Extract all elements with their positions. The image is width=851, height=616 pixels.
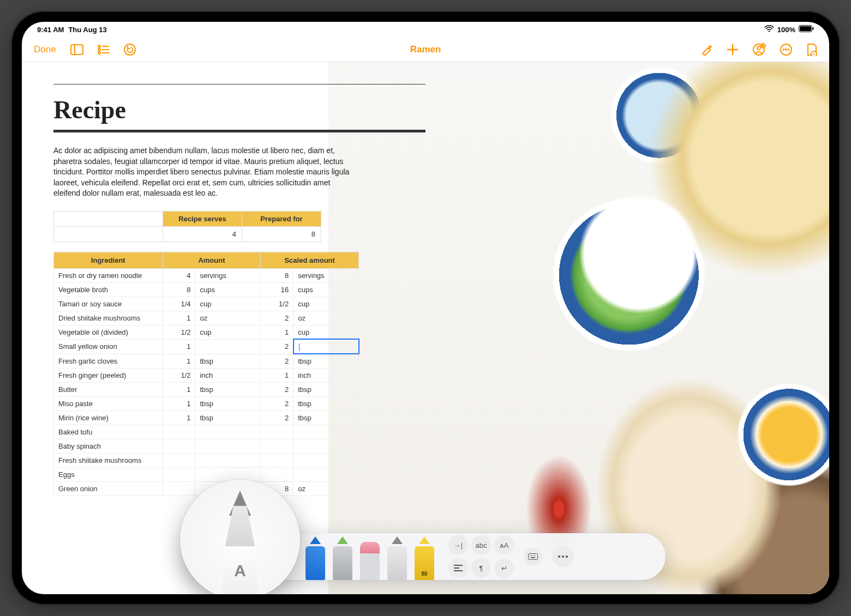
ing-header-3[interactable]: Scaled amount xyxy=(261,252,359,268)
table-cell[interactable]: Fresh garlic cloves xyxy=(54,354,163,368)
undo-icon[interactable] xyxy=(124,44,136,56)
table-row[interactable]: Vegetable broth8cups16cups xyxy=(54,282,359,297)
table-cell[interactable] xyxy=(261,439,293,453)
table-row[interactable]: Fresh or dry ramen noodle4servings8servi… xyxy=(54,268,359,282)
table-cell[interactable]: tbsp xyxy=(293,396,359,410)
table-cell[interactable]: 1 xyxy=(163,354,195,368)
serves-blank-cell[interactable] xyxy=(54,211,163,226)
table-cell[interactable]: 1 xyxy=(163,382,195,396)
more-icon[interactable] xyxy=(780,44,792,56)
table-cell[interactable]: 1 xyxy=(163,396,195,410)
table-cell[interactable]: 2 xyxy=(261,339,293,354)
table-cell[interactable] xyxy=(195,467,261,481)
table-cell[interactable] xyxy=(163,467,195,481)
table-cell[interactable]: oz xyxy=(293,311,359,325)
table-cell[interactable]: 1 xyxy=(163,410,195,425)
table-cell[interactable]: 1/2 xyxy=(163,325,195,339)
table-row[interactable]: Dried shiitake mushrooms1oz2oz xyxy=(54,311,359,325)
indent-icon[interactable]: →| xyxy=(448,535,468,555)
done-button[interactable]: Done xyxy=(34,44,56,55)
table-cell[interactable]: oz xyxy=(195,311,261,325)
table-cell[interactable] xyxy=(293,453,359,467)
table-cell[interactable]: servings xyxy=(293,268,359,282)
table-cell[interactable]: 1/2 xyxy=(261,297,293,311)
table-cell[interactable]: oz xyxy=(293,481,359,496)
pen-tool-pencil[interactable] xyxy=(387,542,407,580)
table-row[interactable]: Baby spinach xyxy=(54,439,359,453)
pen-tool-highlighter[interactable]: 80 xyxy=(415,542,434,580)
table-cell[interactable]: Fresh or dry ramen noodle xyxy=(54,268,163,282)
ing-header-1[interactable]: Ingredient xyxy=(54,252,163,268)
table-cell[interactable]: 2 xyxy=(261,354,293,368)
ing-header-2[interactable]: Amount xyxy=(163,252,261,268)
table-cell[interactable]: 1 xyxy=(163,339,195,354)
table-cell[interactable]: Baked tofu xyxy=(54,425,163,439)
table-cell[interactable]: tbsp xyxy=(195,396,261,410)
table-cell[interactable]: Dried shiitake mushrooms xyxy=(54,311,163,325)
table-cell[interactable]: 1 xyxy=(163,311,195,325)
table-cell[interactable] xyxy=(293,339,359,354)
table-row[interactable]: Tamari or soy sauce1/4cup1/2cup xyxy=(54,297,359,311)
table-cell[interactable] xyxy=(293,439,359,453)
table-cell[interactable]: 2 xyxy=(261,311,293,325)
table-cell[interactable]: 1/4 xyxy=(163,297,195,311)
table-cell[interactable]: 4 xyxy=(163,268,195,282)
table-cell[interactable]: Butter xyxy=(54,382,163,396)
table-cell[interactable]: tbsp xyxy=(195,382,261,396)
table-row[interactable]: Eggs xyxy=(54,467,359,481)
table-cell[interactable]: Small yellow onion xyxy=(54,339,163,354)
table-row[interactable]: Vegetable oil (divided)1/2cup1cup xyxy=(54,325,359,339)
font-size-button[interactable]: ᴀA xyxy=(494,535,514,555)
table-row[interactable]: Fresh ginger (peeled)1/2inch1inch xyxy=(54,368,359,382)
table-cell[interactable]: inch xyxy=(293,368,359,382)
document-title[interactable]: Ramen xyxy=(410,44,441,55)
table-cell[interactable]: cup xyxy=(293,297,359,311)
table-cell[interactable]: Tamari or soy sauce xyxy=(54,297,163,311)
add-icon[interactable] xyxy=(727,44,739,56)
table-row[interactable]: Butter1tbsp2tbsp xyxy=(54,382,359,396)
table-cell[interactable] xyxy=(163,481,195,496)
recipe-heading[interactable]: Recipe xyxy=(53,84,425,124)
table-cell[interactable]: Eggs xyxy=(54,467,163,481)
serves-header-2[interactable]: Prepared for xyxy=(242,211,321,226)
table-cell[interactable]: Baby spinach xyxy=(54,439,163,453)
table-row[interactable]: Small yellow onion12 xyxy=(54,339,359,354)
pen-tool-marker[interactable] xyxy=(333,542,352,580)
table-cell[interactable]: tbsp xyxy=(293,382,359,396)
table-cell[interactable]: cups xyxy=(195,282,261,297)
table-cell[interactable]: 1 xyxy=(261,325,293,339)
pen-tool-eraser[interactable] xyxy=(360,542,380,580)
table-cell[interactable] xyxy=(293,467,359,481)
table-cell[interactable]: 8 xyxy=(163,282,195,297)
table-row[interactable]: Miso paste1tbsp2tbsp xyxy=(54,396,359,410)
table-cell[interactable]: 8 xyxy=(261,268,293,282)
table-row[interactable]: Mirin (rice wine)1tbsp2tbsp xyxy=(54,410,359,425)
table-cell[interactable]: Vegetable oil (divided) xyxy=(54,325,163,339)
table-cell[interactable]: servings xyxy=(195,268,261,282)
table-cell[interactable]: Fresh ginger (peeled) xyxy=(54,368,163,382)
table-cell[interactable]: 1/2 xyxy=(163,368,195,382)
table-cell[interactable]: tbsp xyxy=(293,354,359,368)
table-cell[interactable]: tbsp xyxy=(195,410,261,425)
table-cell[interactable] xyxy=(163,425,195,439)
document-options-icon[interactable] xyxy=(806,43,817,56)
toolbar-more-icon[interactable] xyxy=(552,546,574,567)
table-cell[interactable] xyxy=(195,439,261,453)
table-cell[interactable]: inch xyxy=(195,368,261,382)
pilcrow-icon[interactable]: ¶ xyxy=(471,558,491,578)
pen-tool-blue[interactable] xyxy=(305,542,325,580)
table-cell[interactable] xyxy=(261,467,293,481)
table-cell[interactable]: tbsp xyxy=(195,354,261,368)
outline-icon[interactable] xyxy=(98,45,110,55)
table-cell[interactable]: 2 xyxy=(261,382,293,396)
table-cell[interactable]: Green onion xyxy=(54,481,163,496)
table-cell[interactable]: Vegetable broth xyxy=(54,282,163,297)
return-icon[interactable]: ↵ xyxy=(494,558,514,578)
table-cell[interactable]: 2 xyxy=(261,410,293,425)
format-brush-icon[interactable] xyxy=(700,44,712,56)
table-cell[interactable] xyxy=(261,425,293,439)
keyboard-icon[interactable] xyxy=(524,547,542,566)
sidebar-toggle-icon[interactable] xyxy=(70,44,83,55)
ingredients-table[interactable]: Ingredient Amount Scaled amount Fresh or… xyxy=(53,252,359,496)
table-cell[interactable] xyxy=(261,453,293,467)
